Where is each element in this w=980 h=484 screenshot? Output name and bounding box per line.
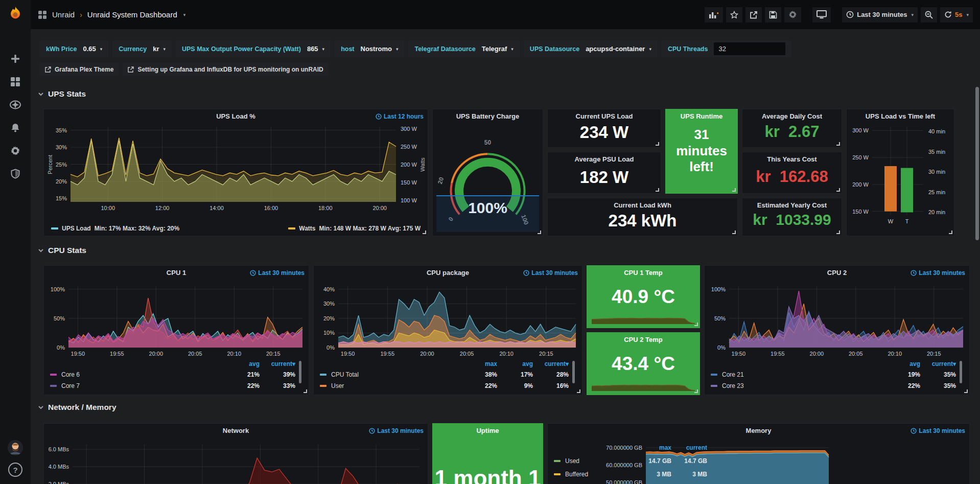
variable-cpu-threads[interactable]: CPU Threads32 bbox=[662, 40, 792, 57]
panel-title[interactable]: CPU 2 Temp bbox=[587, 336, 699, 343]
variable-value[interactable]: 0.65 bbox=[83, 45, 96, 53]
legend-entry[interactable]: WattsMin: 148 W Max: 278 W Avg: 175 W bbox=[288, 225, 421, 232]
help-icon[interactable]: ? bbox=[8, 463, 22, 477]
kiosk-monitor-button[interactable] bbox=[812, 7, 831, 22]
legend-sort-current[interactable]: current▾ bbox=[920, 360, 956, 367]
panel-title[interactable]: UPS Battery Charge bbox=[433, 112, 543, 120]
admin-shield-icon[interactable] bbox=[9, 167, 22, 180]
alerting-bell-icon[interactable] bbox=[9, 121, 22, 134]
time-range-picker[interactable]: Last 30 minutes ▾ bbox=[842, 7, 918, 22]
section-cpu-stats[interactable]: CPU Stats bbox=[38, 246, 86, 255]
panel-title[interactable]: This Years Cost bbox=[742, 155, 842, 163]
share-button[interactable] bbox=[745, 7, 762, 22]
panel-resize-handle[interactable] bbox=[836, 142, 840, 146]
panel-title[interactable]: Average PSU Load bbox=[548, 155, 661, 163]
panel-resize-handle[interactable] bbox=[656, 142, 659, 146]
panel-resize-handle[interactable] bbox=[836, 188, 840, 192]
dashboard-title-caret-icon[interactable]: ▾ bbox=[183, 12, 186, 17]
panel-title[interactable]: UPS Load % bbox=[44, 112, 428, 120]
breadcrumb-app[interactable]: Unraid bbox=[52, 10, 75, 19]
panel-resize-handle[interactable] bbox=[538, 231, 541, 234]
legend-sort-current[interactable]: current▾ bbox=[260, 360, 295, 367]
variable-host[interactable]: hostNostromo▾ bbox=[335, 40, 404, 57]
panel-resize-handle[interactable] bbox=[656, 188, 659, 192]
variable-kwh-price[interactable]: kWh Price0.65▾ bbox=[40, 40, 108, 57]
legend-row[interactable]: Core 2322%35% bbox=[711, 380, 962, 391]
legend-row[interactable]: Core 2119%35% bbox=[711, 369, 962, 380]
panel-resize-handle[interactable] bbox=[949, 231, 952, 234]
legend-scrollbar[interactable] bbox=[960, 361, 962, 383]
panel-resize-handle[interactable] bbox=[694, 389, 698, 393]
variable-value[interactable]: Nostromo bbox=[361, 45, 392, 53]
legend-row[interactable]: Core 722%33% bbox=[50, 380, 301, 391]
variable-value[interactable]: Telegraf bbox=[482, 45, 507, 53]
legend-sort-avg[interactable]: avg bbox=[224, 360, 260, 367]
panel-title[interactable]: Memory bbox=[548, 427, 969, 434]
external-link-icon bbox=[128, 66, 134, 73]
panel-resize-handle[interactable] bbox=[304, 389, 307, 393]
panel-resize-handle[interactable] bbox=[836, 231, 840, 234]
create-plus-icon[interactable] bbox=[9, 52, 22, 65]
legend-scrollbar[interactable] bbox=[572, 361, 575, 383]
panel-time-range[interactable]: Last 30 minutes bbox=[911, 427, 965, 434]
variable-value[interactable]: 865 bbox=[307, 45, 318, 53]
section-network-memory[interactable]: Network / Memory bbox=[38, 403, 116, 412]
settings-gear-button[interactable] bbox=[784, 7, 801, 22]
save-button[interactable] bbox=[765, 7, 781, 22]
panel-time-range[interactable]: Last 30 minutes bbox=[523, 269, 578, 276]
legend-entry[interactable]: UPS LoadMin: 17% Max: 32% Avg: 20% bbox=[51, 225, 179, 232]
variable-input[interactable]: 32 bbox=[714, 42, 785, 55]
panel-title[interactable]: Current UPS Load bbox=[548, 112, 661, 120]
panel-title[interactable]: Average Daily Cost bbox=[742, 112, 842, 120]
variable-ups-max-output-power-capacity-watt-[interactable]: UPS Max Output Power Capacity (Watt)865▾ bbox=[176, 40, 331, 57]
dashboard-title[interactable]: Unraid System Dashboard bbox=[87, 10, 177, 19]
zoom-out-button[interactable] bbox=[921, 7, 937, 22]
dashboard-link-label: Setting up Grafana and InfluxDB for UPS … bbox=[137, 66, 323, 73]
panel-time-range[interactable]: Last 30 minutes bbox=[369, 427, 424, 434]
panel-time-range[interactable]: Last 30 minutes bbox=[911, 269, 965, 276]
panel-resize-handle[interactable] bbox=[694, 322, 698, 326]
panel-title[interactable]: CPU 1 Temp bbox=[587, 269, 699, 276]
panel-resize-handle[interactable] bbox=[732, 231, 736, 234]
variable-value[interactable]: kr bbox=[153, 45, 159, 53]
dashboard-link[interactable]: Grafana Plex Theme bbox=[40, 63, 119, 76]
legend-row[interactable]: Core 621%39% bbox=[50, 369, 301, 380]
legend-sort-current[interactable]: current bbox=[671, 444, 707, 451]
panel-title[interactable]: Current Load kWh bbox=[548, 201, 737, 209]
legend-sort-max[interactable]: max bbox=[636, 444, 671, 451]
star-button[interactable] bbox=[726, 7, 742, 22]
legend-row[interactable]: Buffered3 MB3 MB bbox=[554, 468, 707, 481]
variable-telegraf-datasource[interactable]: Telegraf DatasourceTelegraf▾ bbox=[408, 40, 519, 57]
legend-row[interactable]: CPU Total38%17%28% bbox=[320, 369, 575, 380]
legend-sort-avg[interactable]: avg bbox=[884, 360, 920, 367]
grafana-logo-icon[interactable] bbox=[5, 4, 26, 25]
add-panel-button[interactable] bbox=[705, 7, 723, 22]
legend-sort-current[interactable]: current▾ bbox=[533, 360, 569, 367]
legend-row[interactable]: User22%9%16% bbox=[320, 380, 575, 391]
variable-ups-datasource[interactable]: UPS Datasourceapcupsd-container▾ bbox=[524, 40, 658, 57]
dashboard-link[interactable]: Setting up Grafana and InfluxDB for UPS … bbox=[123, 63, 328, 76]
variable-value[interactable]: apcupsd-container bbox=[586, 45, 645, 53]
panel-resize-handle[interactable] bbox=[577, 389, 580, 393]
section-ups-stats[interactable]: UPS Stats bbox=[38, 89, 86, 99]
user-avatar[interactable] bbox=[8, 440, 23, 455]
legend-sort-max[interactable]: max bbox=[461, 360, 497, 367]
panel-title[interactable]: UPS Load vs Time left bbox=[847, 112, 954, 120]
panel-title[interactable]: Estimated Yearly Cost bbox=[742, 201, 842, 209]
panel-resize-handle[interactable] bbox=[964, 389, 968, 393]
configuration-gear-icon[interactable] bbox=[9, 144, 22, 157]
page-scrollbar[interactable] bbox=[975, 87, 979, 240]
refresh-controls[interactable]: 5s ▾ bbox=[940, 7, 973, 22]
panel-time-range[interactable]: Last 12 hours bbox=[376, 113, 424, 120]
legend-row[interactable]: Used14.7 GB14.7 GB bbox=[554, 454, 707, 468]
panel-resize-handle[interactable] bbox=[423, 231, 426, 234]
panel-title[interactable]: UPS Runtime bbox=[666, 112, 737, 120]
panel-time-range[interactable]: Last 30 minutes bbox=[250, 269, 305, 276]
variable-currency[interactable]: Currencykr▾ bbox=[112, 40, 172, 57]
panel-resize-handle[interactable] bbox=[732, 188, 736, 192]
legend-scrollbar[interactable] bbox=[299, 361, 301, 383]
legend-sort-avg[interactable]: avg bbox=[497, 360, 533, 367]
dashboards-icon[interactable] bbox=[9, 75, 22, 88]
explore-compass-icon[interactable] bbox=[9, 98, 22, 111]
panel-title[interactable]: Uptime bbox=[433, 427, 543, 434]
